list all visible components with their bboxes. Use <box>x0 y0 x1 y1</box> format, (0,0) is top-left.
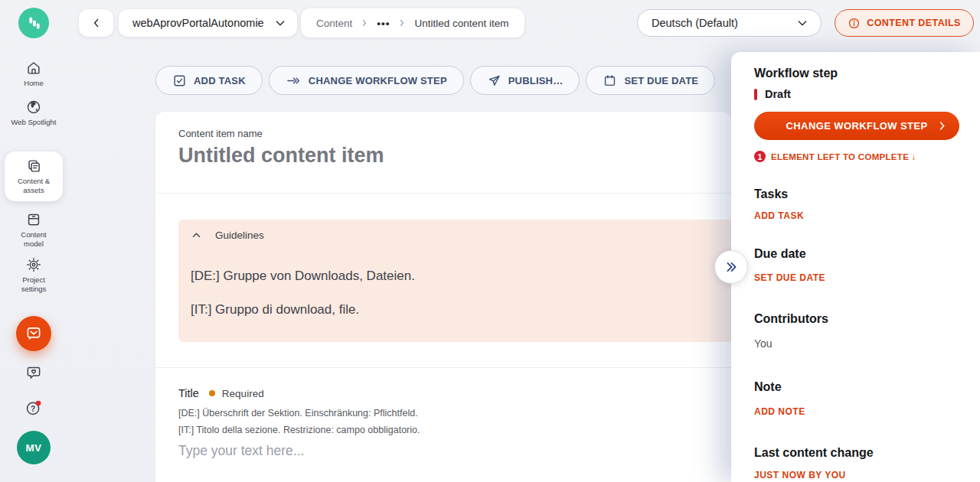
add-task-label: ADD TASK <box>194 75 246 86</box>
avatar[interactable]: MV <box>17 431 51 464</box>
double-chevron-right-icon <box>723 259 740 275</box>
content-model-icon <box>0 211 67 228</box>
content-item-name-field[interactable]: Untitled content item <box>178 144 384 168</box>
guidelines-title: Guidelines <box>215 230 264 241</box>
project-selector[interactable]: webAprovPortalAutonomie <box>119 9 297 37</box>
note-title: Note <box>754 380 782 394</box>
due-date-title: Due date <box>754 247 806 261</box>
status-bar-icon <box>754 89 757 100</box>
language-value: Deutsch (Default) <box>652 17 738 29</box>
back-button[interactable] <box>79 9 113 37</box>
publish-label: PUBLISH… <box>508 75 564 86</box>
add-note-link[interactable]: ADD NOTE <box>754 406 805 417</box>
divider <box>155 367 731 368</box>
guidelines-line-de: [DE:] Gruppe von Downloads, Dateien. <box>191 269 415 284</box>
elements-to-complete-link[interactable]: 1 ELEMENT LEFT TO COMPLETE ↓ <box>754 151 916 162</box>
chevron-right-icon <box>397 18 407 28</box>
breadcrumb-ellipsis[interactable]: ••• <box>377 18 390 29</box>
content-details-panel: Workflow step Draft CHANGE WORKFLOW STEP… <box>731 52 980 482</box>
chevron-right-icon <box>360 18 369 28</box>
home-icon <box>0 60 67 77</box>
content-item-name-label: Content item name <box>178 128 263 139</box>
chevron-left-icon <box>90 17 103 29</box>
content-details-label: CONTENT DETAILS <box>867 18 960 28</box>
info-icon <box>848 17 861 30</box>
globe-icon <box>0 99 67 116</box>
sidebar-item-label: Content model <box>0 230 67 248</box>
help-button[interactable]: ? <box>0 399 67 417</box>
guidelines-line-it: [IT:] Gruppo di download, file. <box>191 302 359 318</box>
sidebar-item-label: Content & assets <box>5 177 63 194</box>
add-task-link[interactable]: ADD TASK <box>754 210 804 221</box>
sidebar-item-content-assets[interactable]: Content & assets <box>5 151 63 201</box>
svg-text:?: ? <box>31 405 35 413</box>
sidebar-item-label: Web Spotlight <box>0 118 67 127</box>
chat-envelope-icon <box>24 324 43 343</box>
change-workflow-step-panel-label: CHANGE WORKFLOW STEP <box>786 120 928 132</box>
sidebar-item-label: Home <box>0 79 67 88</box>
chevron-right-icon <box>936 120 948 132</box>
workflow-status: Draft <box>754 88 791 100</box>
content-details-button[interactable]: CONTENT DETAILS <box>835 9 974 37</box>
kontent-logo-icon <box>24 13 44 33</box>
sidebar-item-home[interactable]: Home <box>0 60 67 88</box>
last-content-change-value[interactable]: JUST NOW BY YOU <box>754 470 846 480</box>
contributors-value: You <box>754 337 773 350</box>
last-content-change-title: Last content change <box>754 446 874 460</box>
feedback-button[interactable] <box>0 364 67 381</box>
breadcrumb: Content ••• Untitled content item <box>301 8 524 37</box>
editor-card: Content item name Untitled content item … <box>155 112 731 482</box>
avatar-initials: MV <box>25 442 41 454</box>
title-field-label: Title <box>178 387 199 399</box>
chevron-down-icon <box>274 17 286 29</box>
messenger-button[interactable] <box>16 316 51 351</box>
language-selector[interactable]: Deutsch (Default) <box>637 9 822 37</box>
set-due-date-link[interactable]: SET DUE DATE <box>754 272 825 283</box>
incomplete-label: ELEMENT LEFT TO COMPLETE ↓ <box>771 152 916 161</box>
change-workflow-step-panel-button[interactable]: CHANGE WORKFLOW STEP <box>754 112 959 140</box>
divider <box>155 193 731 194</box>
title-field-header: Title Required <box>178 387 264 399</box>
publish-button[interactable]: PUBLISH… <box>470 66 580 95</box>
required-dot-icon <box>209 390 215 396</box>
workflow-status-value: Draft <box>765 88 791 100</box>
workflow-step-title: Workflow step <box>754 67 838 80</box>
app-logo-icon[interactable] <box>18 8 49 38</box>
calendar-icon <box>603 73 617 88</box>
breadcrumb-current: Untitled content item <box>414 18 508 29</box>
add-task-button[interactable]: ADD TASK <box>155 66 263 95</box>
set-due-date-label: SET DUE DATE <box>624 75 698 86</box>
collapse-chevron-up-icon[interactable] <box>191 230 202 241</box>
notification-dot <box>36 401 41 406</box>
change-workflow-step-label: CHANGE WORKFLOW STEP <box>309 75 447 86</box>
chevron-down-icon <box>796 17 808 29</box>
title-guideline-it: [IT:] Titolo della sezione. Restrizione:… <box>178 425 420 435</box>
help-icon: ? <box>24 399 43 417</box>
documents-icon <box>5 158 63 174</box>
tasks-title: Tasks <box>754 187 788 201</box>
publish-plane-icon <box>487 73 501 88</box>
checkbox-check-icon <box>172 73 187 88</box>
gear-icon <box>0 256 67 273</box>
collapse-panel-button[interactable] <box>714 250 748 284</box>
feedback-heart-bubble-icon <box>25 364 42 381</box>
change-workflow-step-button[interactable]: CHANGE WORKFLOW STEP <box>269 66 464 95</box>
required-label: Required <box>222 388 264 399</box>
sidebar-item-label: Project settings <box>0 275 67 293</box>
sidebar-item-web-spotlight[interactable]: Web Spotlight <box>0 99 67 127</box>
project-name: webAprovPortalAutonomie <box>132 17 264 29</box>
sidebar-item-content-model[interactable]: Content model <box>0 211 67 248</box>
incomplete-count-badge: 1 <box>754 151 766 162</box>
item-toolbar: ADD TASK CHANGE WORKFLOW STEP PUBLISH… S… <box>155 66 715 95</box>
guidelines-box: Guidelines [DE:] Gruppe von Downloads, D… <box>178 220 731 342</box>
breadcrumb-content[interactable]: Content <box>316 18 352 29</box>
set-due-date-button[interactable]: SET DUE DATE <box>586 66 715 95</box>
workflow-arrow-icon <box>286 73 302 88</box>
title-guideline-de: [DE:] Überschrift der Sektion. Einschrän… <box>178 408 418 418</box>
sidebar-item-project-settings[interactable]: Project settings <box>0 256 67 293</box>
title-text-input[interactable]: Type your text here... <box>178 443 304 459</box>
contributors-title: Contributors <box>754 312 828 326</box>
